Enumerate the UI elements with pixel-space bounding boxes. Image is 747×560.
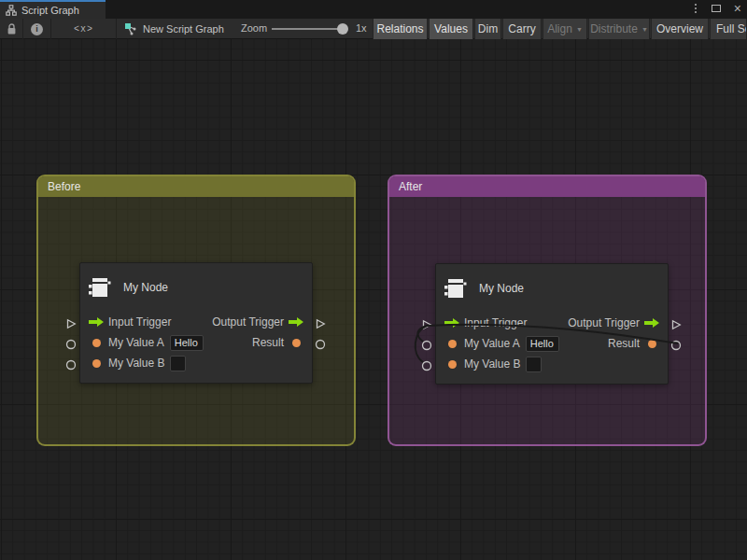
value-a-dot-icon [448,340,457,348]
tab-script-graph[interactable]: Script Graph [0,0,106,19]
script-graph-window: Script Graph × i <x> [0,0,747,560]
lock-icon [7,23,17,35]
value-b-label: My Value B [108,357,164,370]
carry-button[interactable]: Carry [502,19,542,39]
value-b-input[interactable] [170,356,186,371]
chevron-down-icon: ▼ [641,26,648,33]
code-toggle-icon: <x> [74,24,93,35]
graph-toolbar: i <x> New Script Graph Zoom 1x Relations… [0,19,747,39]
group-before-header[interactable]: Before [38,176,354,197]
group-before[interactable]: Before My Node [36,175,356,446]
unit-icon [444,276,468,301]
outer-result-port[interactable] [670,338,682,349]
output-trigger-label: Output Trigger [212,315,284,329]
outer-result-port[interactable] [315,337,326,348]
maximize-icon[interactable] [712,5,721,12]
value-b-input[interactable] [526,357,542,372]
outer-value-b-port[interactable] [65,357,77,369]
outer-value-a-port[interactable] [65,337,77,348]
value-a-input[interactable]: Hello [170,335,204,351]
values-button[interactable]: Values [429,19,473,39]
my-node-after[interactable]: My Node Input Trigger Output Trigger [435,263,669,385]
info-button[interactable]: i [23,19,51,39]
result-dot-icon [292,339,301,347]
outer-output-trigger-port[interactable] [315,316,326,328]
group-after-header[interactable]: After [389,176,705,197]
result-label: Result [608,337,640,350]
outer-input-trigger-port[interactable] [421,317,432,329]
node-header: My Node [80,263,312,312]
value-b-label: My Value B [464,357,520,371]
zoom-value: 1x [356,22,367,34]
fullscreen-button[interactable]: Full Scr [710,19,747,39]
output-trigger-arrow-icon [288,317,304,327]
value-a-label: My Value A [108,336,164,349]
input-trigger-label: Input Trigger [464,316,527,329]
lock-button[interactable] [0,19,23,39]
tab-title: Script Graph [21,5,79,16]
port-row-value-a: My Value A Hello Result [80,332,312,353]
distribute-label: Distribute [590,22,638,35]
value-b-dot-icon [448,360,457,369]
graph-tab-icon [6,5,17,16]
align-label: Align [547,22,572,35]
graph-breadcrumb: New Script Graph [124,19,224,39]
unit-icon [88,275,112,300]
close-icon[interactable]: × [734,2,741,15]
port-row-trigger: Input Trigger Output Trigger [436,313,668,333]
value-a-label: My Value A [464,337,520,350]
node-header: My Node [436,264,668,313]
group-title: Before [48,180,80,193]
input-trigger-arrow-icon [88,317,105,327]
dim-button[interactable]: Dim [474,19,501,39]
port-row-trigger: Input Trigger Output Trigger [80,312,312,332]
zoom-label: Zoom [241,22,267,34]
graph-name: New Script Graph [143,23,224,35]
port-row-value-b: My Value B [80,353,312,373]
output-trigger-label: Output Trigger [568,316,640,329]
outer-value-b-port[interactable] [421,358,432,370]
tab-bar: Script Graph × [0,0,747,19]
value-a-input[interactable]: Hello [526,336,559,352]
align-button[interactable]: Align ▼ [543,19,587,39]
result-label: Result [252,336,284,349]
info-icon: i [31,23,43,35]
outer-input-trigger-port[interactable] [65,316,77,328]
port-row-value-a: My Value A Hello Result [436,333,668,354]
my-node-before[interactable]: My Node Input Trigger Output Trigger [79,262,313,384]
node-title: My Node [479,282,524,295]
new-graph-icon [124,22,137,35]
output-trigger-arrow-icon [643,318,660,328]
graph-canvas[interactable]: Before My Node [0,39,747,560]
window-controls: × [693,0,741,17]
result-dot-icon [648,340,656,348]
chevron-down-icon: ▼ [576,26,583,33]
group-after[interactable]: After My Node [388,175,707,446]
overview-button[interactable]: Overview [651,19,709,39]
zoom-slider[interactable] [272,28,343,30]
menu-icon[interactable] [693,2,698,15]
code-toggle-button[interactable]: <x> [51,19,117,39]
group-title: After [399,180,422,193]
zoom-slider-handle[interactable] [337,23,348,35]
node-title: My Node [123,281,168,294]
distribute-button[interactable]: Distribute ▼ [588,19,650,39]
input-trigger-label: Input Trigger [108,315,171,329]
input-trigger-arrow-icon [444,318,460,328]
outer-output-trigger-port[interactable] [670,317,682,329]
value-b-dot-icon [92,359,101,368]
outer-value-a-port[interactable] [421,338,432,349]
relations-button[interactable]: Relations [373,19,428,39]
value-a-dot-icon [92,339,101,347]
port-row-value-b: My Value B [436,354,668,374]
